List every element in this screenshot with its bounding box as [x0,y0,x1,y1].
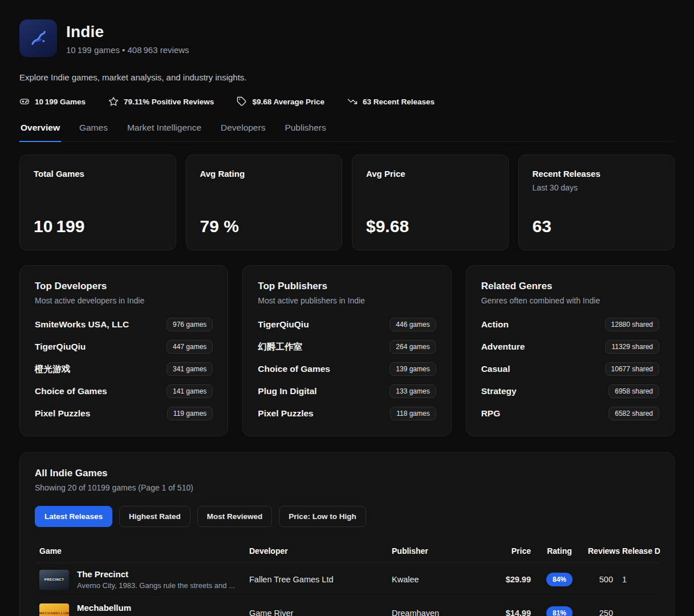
star-icon [108,96,119,107]
rating-cell: 81% [535,600,583,616]
tab-games[interactable]: Games [78,123,109,142]
item-name: Choice of Games [35,386,107,396]
column-header-game: Game [35,540,245,562]
item-badge: 976 games [167,318,213,331]
list-item[interactable]: Plug In Digital 133 games [258,384,436,398]
stat-value: 79 % [200,217,328,236]
page: Indie 10 199 games • 408 963 reviews Exp… [0,0,694,616]
quick-stat-average-price: $9.68 Average Price [237,96,324,107]
filter-highest-rated[interactable]: Highest Rated [119,506,190,527]
price-cell: $29.99 [490,569,535,590]
list-item[interactable]: Choice of Games 141 games [35,384,213,398]
item-badge: 10677 shared [605,362,659,376]
list-item[interactable]: 幻爵工作室 264 games [258,340,436,354]
column-header-release-date: Release Date [618,540,660,562]
thumbnail-label: PRECINCT [44,578,64,581]
item-name: Casual [481,364,510,374]
trend-icon [347,96,358,107]
table-header-row: Game Developer Publisher Price Rating Re… [35,540,660,563]
panel-list: Action 12880 shared Adventure 11329 shar… [481,318,659,420]
item-badge: 264 games [389,340,436,354]
list-item[interactable]: Adventure 11329 shared [481,340,659,354]
item-name: TigerQiuQiu [258,319,309,330]
quick-stat-label: 10 199 Games [35,98,86,106]
item-name: 橙光游戏 [35,363,70,375]
item-badge: 119 games [167,407,213,420]
tag-icon [237,96,247,107]
list-item[interactable]: Pixel Puzzles 118 games [258,407,436,420]
quick-stat-recent-releases: 63 Recent Releases [347,96,435,107]
tab-overview[interactable]: Overview [19,123,61,142]
quick-stat-label: 79.11% Positive Reviews [124,98,214,106]
tab-publishers[interactable]: Publishers [283,123,327,142]
quick-stat-games: 10 199 Games [19,96,86,107]
related-genres-panel: Related Genres Genres often combined wit… [466,265,675,436]
filter-most-reviewed[interactable]: Most Reviewed [197,506,273,527]
game-name: Mechabellum [77,603,235,613]
item-badge: 11329 shared [605,340,659,354]
reviews-cell: 250 [583,602,618,616]
list-item[interactable]: RPG 6582 shared [481,407,659,420]
table-row[interactable]: MECHABELLUM Mechabellum Mechabellum is a… [35,597,660,616]
table-row[interactable]: PRECINCT The Precinct Averno City, 1983.… [35,563,660,597]
list-item[interactable]: SmiteWorks USA, LLC 976 games [35,318,213,331]
list-item[interactable]: Strategy 6958 shared [481,384,659,398]
column-header-rating: Rating [535,540,583,562]
list-item[interactable]: Pixel Puzzles 119 games [35,407,213,420]
list-item[interactable]: Casual 10677 shared [481,362,659,376]
quick-stats: 10 199 Games 79.11% Positive Reviews $9.… [19,96,675,107]
tab-bar: Overview Games Market Intelligence Devel… [19,123,675,142]
stat-card-avg-price: Avg Price $9.68 [352,155,509,250]
top-developers-panel: Top Developers Most active developers in… [19,265,228,436]
release-date-cell: 1 [618,569,660,590]
item-badge: 139 games [389,362,436,376]
panel-subtitle: Most active developers in Indie [35,296,213,305]
reviews-cell: 500 [583,569,618,590]
list-item[interactable]: 橙光游戏 341 games [35,362,213,376]
column-header-developer: Developer [245,540,387,562]
item-badge: 133 games [389,384,436,398]
item-badge: 141 games [167,384,213,398]
game-description: Averno City, 1983. Gangs rule the street… [77,581,235,590]
quick-stat-label: $9.68 Average Price [252,98,324,106]
item-badge: 6958 shared [608,384,659,398]
all-games-section: All Indie Games Showing 20 of 10199 game… [19,452,675,616]
filter-price-low-to-high[interactable]: Price: Low to High [279,506,366,527]
tab-market-intelligence[interactable]: Market Intelligence [126,123,202,142]
item-name: Plug In Digital [258,386,316,396]
price-cell: $14.99 [490,602,535,616]
item-name: Pixel Puzzles [258,408,313,419]
game-cell: PRECINCT The Precinct Averno City, 1983.… [35,563,245,596]
list-item[interactable]: TigerQiuQiu 447 games [35,340,213,354]
list-item[interactable]: Action 12880 shared [481,318,659,331]
list-item[interactable]: TigerQiuQiu 446 games [258,318,436,331]
games-table: Game Developer Publisher Price Rating Re… [35,540,660,616]
game-meta: Mechabellum Mechabellum is a rewarding t… [77,603,235,616]
item-name: Action [481,319,509,330]
item-name: Pixel Puzzles [35,408,90,419]
header: Indie 10 199 games • 408 963 reviews [19,19,675,57]
item-badge: 341 games [167,362,213,376]
game-meta: The Precinct Averno City, 1983. Gangs ru… [77,569,235,590]
game-thumbnail: MECHABELLUM [39,603,69,616]
insight-panels: Top Developers Most active developers in… [19,265,675,436]
panel-title: Top Developers [35,281,213,292]
list-item[interactable]: Choice of Games 139 games [258,362,436,376]
header-text: Indie 10 199 games • 408 963 reviews [66,19,189,55]
developer-cell: Fallen Tree Games Ltd [245,569,387,590]
developer-cell: Game River [245,602,387,616]
panel-title: Related Genres [481,281,659,292]
stat-card-recent-releases: Recent Releases Last 30 days 63 [518,155,675,250]
page-subtitle: 10 199 games • 408 963 reviews [66,45,189,55]
game-thumbnail: PRECINCT [39,570,69,590]
game-cell: MECHABELLUM Mechabellum Mechabellum is a… [35,597,245,616]
item-name: Adventure [481,342,525,352]
category-glyph-icon [27,27,50,50]
release-date-cell [618,607,660,616]
filter-latest-releases[interactable]: Latest Releases [35,506,112,527]
top-publishers-panel: Top Publishers Most active publishers in… [242,265,451,436]
tab-developers[interactable]: Developers [220,123,266,142]
gamepad-icon [19,96,30,107]
item-name: RPG [481,408,501,419]
page-title: Indie [66,23,189,41]
